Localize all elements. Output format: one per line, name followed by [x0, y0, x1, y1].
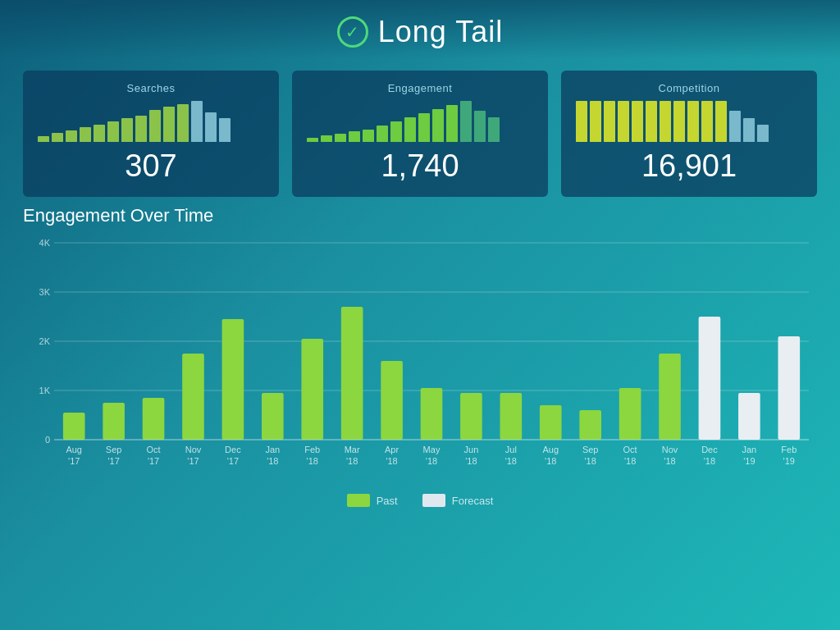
- svg-rect-19: [182, 354, 204, 440]
- mini-bar: [757, 125, 769, 142]
- page-title: ✓ Long Tail: [337, 15, 503, 49]
- svg-text:'18: '18: [465, 456, 477, 466]
- svg-rect-46: [540, 405, 562, 440]
- svg-text:'17: '17: [148, 456, 159, 466]
- check-icon: ✓: [337, 16, 368, 48]
- svg-text:'19: '19: [743, 456, 755, 466]
- competition-value: 16,901: [576, 148, 802, 184]
- svg-text:'18: '18: [307, 456, 318, 466]
- mini-bar: [618, 101, 629, 142]
- legend-past: Past: [347, 494, 398, 507]
- svg-text:Jan: Jan: [265, 445, 280, 454]
- svg-text:Feb: Feb: [781, 445, 797, 454]
- svg-rect-37: [421, 388, 443, 440]
- searches-value: 307: [38, 148, 264, 184]
- engagement-label: Engagement: [307, 82, 533, 94]
- svg-text:Feb: Feb: [304, 445, 320, 454]
- mini-bar: [363, 130, 374, 142]
- svg-text:Dec: Dec: [701, 445, 718, 454]
- mini-bar: [488, 117, 500, 142]
- svg-rect-22: [222, 319, 244, 440]
- svg-text:Jun: Jun: [464, 445, 479, 454]
- engagement-bars: [307, 101, 533, 142]
- svg-rect-13: [103, 403, 125, 440]
- svg-text:Aug: Aug: [542, 445, 559, 454]
- engagement-value: 1,740: [307, 148, 533, 184]
- svg-text:Dec: Dec: [225, 445, 241, 454]
- mini-bar: [38, 136, 49, 142]
- svg-text:'17: '17: [227, 456, 239, 466]
- svg-rect-10: [63, 413, 85, 440]
- mini-bar: [307, 138, 318, 142]
- svg-text:Apr: Apr: [385, 445, 399, 454]
- svg-text:May: May: [423, 445, 441, 454]
- forecast-label: Forecast: [452, 495, 494, 507]
- chart-title: Engagement Over Time: [23, 205, 817, 226]
- svg-text:'18: '18: [704, 456, 715, 466]
- mini-bar: [474, 111, 486, 142]
- svg-text:'18: '18: [386, 456, 397, 466]
- svg-text:'18: '18: [267, 456, 278, 466]
- svg-text:'17: '17: [107, 456, 119, 466]
- svg-text:'19: '19: [783, 456, 795, 466]
- svg-text:0: 0: [45, 435, 50, 445]
- mini-bar: [149, 110, 161, 142]
- svg-text:1K: 1K: [39, 386, 51, 395]
- svg-text:Nov: Nov: [662, 445, 678, 454]
- svg-rect-58: [699, 317, 721, 440]
- svg-rect-43: [500, 393, 523, 440]
- svg-text:'18: '18: [505, 456, 517, 466]
- mini-bar: [377, 126, 388, 142]
- svg-rect-31: [341, 307, 363, 440]
- mini-bar: [729, 111, 741, 142]
- mini-bar: [66, 130, 77, 142]
- svg-text:Aug: Aug: [66, 445, 82, 454]
- mini-bar: [590, 101, 601, 142]
- title-text: Long Tail: [378, 15, 503, 49]
- svg-text:4K: 4K: [39, 238, 51, 248]
- mini-bar: [743, 118, 755, 142]
- chart-section: Engagement Over Time 01K2K3K4KAug'17Sep'…: [0, 205, 840, 515]
- svg-text:'18: '18: [545, 456, 556, 466]
- mini-bar: [660, 101, 671, 142]
- svg-text:2K: 2K: [39, 336, 51, 346]
- mini-bar: [460, 101, 472, 142]
- legend-forecast: Forecast: [422, 494, 494, 507]
- mini-bar: [673, 101, 685, 142]
- svg-rect-40: [460, 393, 482, 440]
- mini-bar: [321, 135, 332, 142]
- mini-bar: [418, 113, 430, 142]
- metric-card-searches: Searches 307: [23, 71, 279, 197]
- mini-bar: [135, 116, 147, 142]
- mini-bar: [390, 121, 402, 142]
- mini-bar: [335, 134, 346, 142]
- mini-bar: [121, 118, 133, 142]
- engagement-chart: 01K2K3K4KAug'17Sep'17Oct'17Nov'17Dec'17J…: [23, 236, 817, 482]
- svg-text:Nov: Nov: [185, 445, 202, 454]
- svg-text:3K: 3K: [39, 287, 51, 297]
- svg-text:'17: '17: [68, 456, 80, 466]
- svg-text:Oct: Oct: [146, 445, 160, 454]
- mini-bar: [191, 101, 203, 142]
- mini-bar: [604, 101, 615, 142]
- svg-rect-25: [262, 393, 284, 440]
- svg-text:'18: '18: [664, 456, 675, 466]
- chart-container: 01K2K3K4KAug'17Sep'17Oct'17Nov'17Dec'17J…: [23, 236, 817, 491]
- mini-bar: [205, 112, 217, 142]
- svg-text:'17: '17: [187, 456, 199, 466]
- svg-text:Oct: Oct: [623, 445, 637, 454]
- header: ✓ Long Tail: [0, 0, 840, 59]
- svg-text:Sep: Sep: [582, 445, 599, 454]
- metric-card-engagement: Engagement 1,740: [292, 71, 548, 197]
- past-swatch: [347, 494, 370, 507]
- svg-rect-64: [778, 336, 800, 440]
- svg-text:Mar: Mar: [345, 445, 360, 454]
- past-label: Past: [377, 495, 398, 507]
- searches-bars: [38, 101, 264, 142]
- svg-rect-52: [619, 388, 641, 440]
- mini-bar: [715, 101, 727, 142]
- mini-bar: [446, 105, 458, 142]
- mini-bar: [107, 121, 119, 142]
- svg-text:'18: '18: [585, 456, 596, 466]
- svg-rect-34: [381, 361, 403, 440]
